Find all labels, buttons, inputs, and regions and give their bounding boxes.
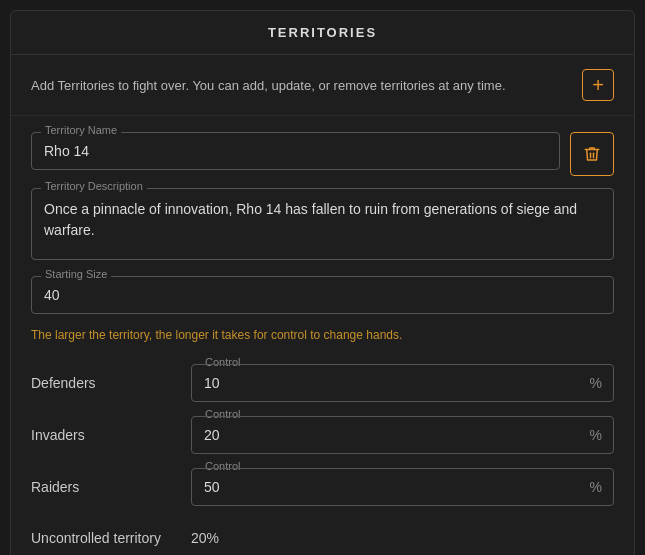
- faction-control-input[interactable]: [191, 416, 614, 454]
- faction-row: Invaders Control %: [31, 416, 614, 454]
- faction-control-input[interactable]: [191, 468, 614, 506]
- control-input-wrapper: %: [191, 468, 614, 506]
- add-territory-button[interactable]: +: [582, 69, 614, 101]
- panel-body: Territory Name Territory Description Onc…: [11, 116, 634, 546]
- territory-name-field: Territory Name: [31, 132, 560, 170]
- faction-control-field: Control %: [191, 364, 614, 402]
- territory-description-field: Territory Description Once a pinnacle of…: [31, 188, 614, 264]
- uncontrolled-value: 20%: [191, 530, 219, 546]
- size-hint-text: The larger the territory, the longer it …: [31, 326, 614, 350]
- territory-name-label: Territory Name: [41, 124, 121, 136]
- uncontrolled-label: Uncontrolled territory: [31, 530, 191, 546]
- territory-size-field: Starting Size: [31, 276, 614, 314]
- delete-territory-button[interactable]: [570, 132, 614, 176]
- faction-name-label: Raiders: [31, 479, 191, 495]
- panel-title: TERRITORIES: [11, 11, 634, 55]
- territory-description-label: Territory Description: [41, 180, 147, 192]
- territory-name-input[interactable]: [31, 132, 560, 170]
- uncontrolled-row: Uncontrolled territory 20%: [31, 520, 614, 546]
- faction-row: Raiders Control %: [31, 468, 614, 506]
- description-text: Add Territories to fight over. You can a…: [31, 78, 506, 93]
- faction-name-label: Invaders: [31, 427, 191, 443]
- territory-description-row: Territory Description Once a pinnacle of…: [31, 188, 614, 264]
- faction-row: Defenders Control %: [31, 364, 614, 402]
- description-row: Add Territories to fight over. You can a…: [11, 55, 634, 116]
- faction-control-field: Control %: [191, 468, 614, 506]
- faction-rows: Defenders Control % Invaders Control % R…: [31, 364, 614, 506]
- control-input-wrapper: %: [191, 416, 614, 454]
- territory-size-row: Starting Size: [31, 276, 614, 314]
- territory-size-input[interactable]: [31, 276, 614, 314]
- faction-control-input[interactable]: [191, 364, 614, 402]
- trash-icon: [583, 145, 601, 163]
- territories-panel: TERRITORIES Add Territories to fight ove…: [10, 10, 635, 555]
- territory-name-row: Territory Name: [31, 132, 614, 176]
- territory-description-input[interactable]: Once a pinnacle of innovation, Rho 14 ha…: [31, 188, 614, 260]
- territory-size-label: Starting Size: [41, 268, 111, 280]
- faction-name-label: Defenders: [31, 375, 191, 391]
- control-input-wrapper: %: [191, 364, 614, 402]
- faction-control-field: Control %: [191, 416, 614, 454]
